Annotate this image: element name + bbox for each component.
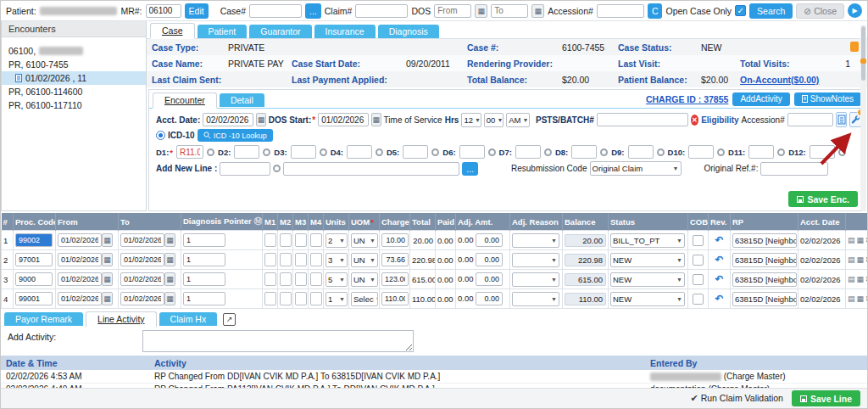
d9-lookup-icon[interactable] (657, 148, 665, 156)
claim-number-input[interactable] (355, 4, 408, 18)
d4-input[interactable] (347, 145, 372, 159)
tab-claim-hx[interactable]: Claim Hx (159, 312, 218, 326)
m3-input[interactable] (295, 292, 307, 305)
m1-input[interactable] (264, 253, 276, 266)
m2-input[interactable] (280, 292, 292, 305)
tab-payor-remark[interactable]: Payor Remark (4, 312, 83, 326)
m2-input[interactable] (280, 233, 292, 247)
d7-input[interactable] (515, 145, 541, 159)
add-activity-textarea[interactable] (142, 330, 414, 352)
col-status[interactable]: Status (609, 213, 688, 231)
mr-input[interactable] (146, 4, 181, 18)
calendar-icon[interactable]: ▦ (102, 272, 113, 286)
status-select[interactable]: NEW▼ (610, 272, 685, 287)
units-select[interactable]: 3▼ (326, 253, 348, 267)
tab-guarantor[interactable]: Guarantor (249, 25, 311, 38)
reverse-icon[interactable]: ↶ (715, 254, 723, 266)
line-copy-icon[interactable]: ▦ (857, 255, 865, 264)
d5-input[interactable] (403, 145, 428, 159)
adj-amt-input[interactable] (476, 272, 503, 286)
units-select[interactable]: 2▼ (326, 233, 348, 248)
open-case-only-checkbox[interactable]: ✓ (735, 5, 746, 16)
tools-button[interactable] (849, 112, 861, 127)
scrollbar-thumb[interactable] (861, 26, 865, 81)
calendar-icon[interactable]: ▦ (102, 292, 113, 305)
from-date-input[interactable] (58, 272, 102, 286)
add-activity-button[interactable]: AddActivity (732, 92, 789, 106)
dos-to-input[interactable] (491, 4, 528, 18)
run-claim-validation-check[interactable]: ✔ Run Claim Validation (690, 393, 783, 404)
rp-select[interactable]: 63815D [Neighbo▼ (732, 253, 797, 267)
m3-input[interactable] (295, 253, 307, 266)
search-button[interactable]: Search (749, 3, 793, 19)
col-proc-code[interactable]: Proc. Code (14, 213, 56, 231)
d8-input[interactable] (571, 145, 597, 159)
units-select[interactable]: 1▼ (326, 292, 348, 306)
calendar-icon[interactable]: ▦ (102, 253, 113, 266)
col-m4[interactable]: M4 (309, 213, 324, 231)
d4-lookup-icon[interactable] (376, 148, 383, 156)
line-notes-icon[interactable]: ▤ (848, 294, 855, 303)
dos-from-input[interactable] (434, 4, 471, 18)
m4-input[interactable] (310, 253, 322, 266)
m1-input[interactable] (264, 233, 276, 247)
d6-lookup-icon[interactable] (488, 148, 496, 156)
col-num[interactable]: # (2, 213, 14, 231)
d2-input[interactable] (234, 145, 259, 159)
diagnosis-pointer-input[interactable] (183, 233, 225, 247)
sidebar-item-case-06100-117110[interactable]: PR, 06100-117110 (2, 98, 146, 112)
tab-case[interactable]: Case (150, 23, 195, 39)
m1-input[interactable] (264, 292, 276, 305)
d3-lookup-icon[interactable] (320, 148, 327, 156)
vertical-scrollbar[interactable] (860, 25, 866, 211)
d6-input[interactable] (459, 145, 485, 159)
accession-input[interactable] (787, 113, 833, 126)
tab-detail[interactable]: Detail (220, 93, 264, 107)
report-button[interactable] (836, 112, 848, 127)
line-notes-icon[interactable]: ▤ (848, 255, 855, 264)
calendar-icon[interactable]: ▦ (164, 292, 175, 305)
case-number-input[interactable] (249, 4, 302, 18)
col-m1[interactable]: M1 (263, 213, 278, 231)
d11-lookup-icon[interactable] (777, 148, 785, 156)
col-balance[interactable]: Balance (563, 213, 609, 231)
from-date-input[interactable] (58, 233, 102, 247)
adj-reason-select[interactable]: ▼ (512, 253, 559, 267)
col-total[interactable]: Total (410, 213, 436, 231)
reverse-icon[interactable]: ↶ (715, 273, 723, 285)
col-rp[interactable]: RP (731, 213, 798, 231)
alert-icon[interactable] (850, 42, 859, 52)
diagnosis-pointer-input[interactable] (183, 253, 225, 266)
line-copy-icon[interactable]: ▦ (857, 275, 865, 283)
tab-insurance[interactable]: Insurance (314, 25, 376, 38)
charge-input[interactable] (381, 272, 409, 286)
d10-lookup-icon[interactable] (717, 148, 725, 156)
status-select[interactable]: BILL_TO_PT▼ (610, 233, 685, 248)
col-entered-by[interactable]: Entered By (645, 356, 868, 370)
to-date-input[interactable] (120, 272, 164, 286)
rp-select[interactable]: 63815D [Neighbo▼ (732, 272, 797, 287)
to-date-input[interactable] (120, 253, 164, 266)
new-line-lookup-icon[interactable] (273, 165, 281, 172)
col-acct-date[interactable]: Acct. Date (798, 213, 846, 231)
adj-reason-select[interactable]: ▼ (512, 272, 559, 287)
calendar-icon[interactable]: ▦ (164, 272, 175, 286)
d11-input[interactable] (748, 145, 774, 159)
icd10-radio[interactable] (156, 131, 165, 140)
eligibility-link[interactable]: Eligibility (701, 115, 738, 125)
m4-input[interactable] (310, 292, 322, 305)
tab-encounter[interactable]: Encounter (153, 92, 217, 109)
uom-select[interactable]: UN▼ (351, 253, 378, 267)
uom-select[interactable]: UN▼ (351, 272, 378, 287)
col-cob[interactable]: COB (688, 213, 709, 231)
proc-code-input[interactable] (15, 253, 53, 266)
proc-code-input[interactable] (15, 292, 53, 305)
acct-date-input[interactable] (203, 113, 253, 126)
calendar-icon[interactable]: ▦ (531, 4, 544, 18)
uom-select[interactable]: Selec▼ (351, 292, 378, 306)
col-adj-amt[interactable]: Adj. Amt. (456, 213, 510, 231)
minute-select[interactable]: 00▼ (484, 113, 504, 127)
ampm-select[interactable]: AM▼ (506, 113, 530, 127)
d5-lookup-icon[interactable] (431, 148, 439, 156)
from-date-input[interactable] (58, 292, 102, 305)
